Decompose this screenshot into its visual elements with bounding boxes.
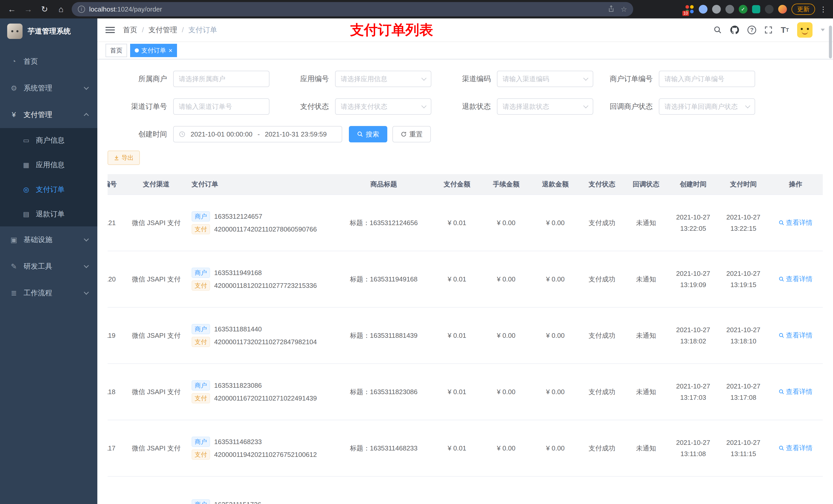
export-button[interactable]: 导出 xyxy=(108,150,140,165)
col-amount: 支付金额 xyxy=(432,174,481,195)
pay-tag: 支付 xyxy=(192,337,210,347)
url-bar[interactable]: i localhost:1024/pay/order ☆ xyxy=(72,2,633,16)
merchant-input[interactable] xyxy=(179,75,264,83)
merchant-order-no-field[interactable] xyxy=(659,71,755,87)
pay-status-select[interactable]: 请选择支付状态 xyxy=(335,98,431,115)
extensions-area: 10 ✓ 更新 ⋮ xyxy=(685,4,827,15)
target-icon: ◎ xyxy=(22,186,31,194)
notify-status-select[interactable]: 请选择订单回调商户状态 xyxy=(659,98,755,115)
view-detail-link[interactable]: 查看详情 xyxy=(779,274,812,284)
view-detail-link[interactable]: 查看详情 xyxy=(779,443,812,453)
github-icon[interactable] xyxy=(730,25,739,34)
filter-label: 所属商户 xyxy=(108,74,173,84)
search-icon xyxy=(779,446,784,451)
grid-icon: ▦ xyxy=(22,161,31,169)
font-size-icon[interactable]: TT xyxy=(781,25,789,35)
extension-icon[interactable] xyxy=(765,5,774,14)
home-icon[interactable]: ⌂ xyxy=(55,5,67,14)
extension-icon[interactable] xyxy=(725,5,734,14)
filter-label: 渠道编码 xyxy=(431,74,497,84)
filter-row-2: 渠道订单号 支付状态 请选择支付状态 退款状态 请选择退款状态 回调商户状态 请… xyxy=(108,98,823,115)
col-fee: 手续金额 xyxy=(481,174,531,195)
fullscreen-icon[interactable] xyxy=(764,26,772,34)
filter-label: 应用编号 xyxy=(269,74,335,84)
pay-tag: 支付 xyxy=(192,393,210,403)
view-detail-link[interactable]: 查看详情 xyxy=(779,218,812,227)
close-icon[interactable]: × xyxy=(169,47,172,54)
sidebar-item-workflow[interactable]: ≣ 工作流程 xyxy=(0,280,97,306)
search-icon xyxy=(779,333,784,338)
sidebar-item-pay-order[interactable]: ◎ 支付订单 xyxy=(0,177,97,202)
document-icon: ▤ xyxy=(22,210,31,218)
col-order: 支付订单 xyxy=(187,174,335,195)
back-icon[interactable]: ← xyxy=(6,5,18,14)
chevron-down-icon xyxy=(421,103,427,108)
chevron-down-icon xyxy=(583,103,588,108)
col-actions: 操作 xyxy=(768,174,823,195)
reload-icon[interactable]: ↻ xyxy=(39,4,50,14)
merchant-select[interactable] xyxy=(173,71,269,87)
gear-icon: ⚙ xyxy=(9,84,19,93)
hamburger-icon[interactable] xyxy=(105,25,115,34)
sidebar-item-app-info[interactable]: ▦ 应用信息 xyxy=(0,153,97,177)
table-row-partial: 商户1635311151726 xyxy=(108,476,823,504)
bookmark-star-icon[interactable]: ☆ xyxy=(621,5,627,14)
tab-home[interactable]: 首页 xyxy=(105,44,127,57)
extension-grid-icon[interactable]: 10 xyxy=(685,5,694,14)
page-scrollbar[interactable] xyxy=(829,26,832,58)
sidebar-item-merchant-info[interactable]: ▭ 商户信息 xyxy=(0,128,97,153)
extension-icon[interactable] xyxy=(712,5,721,14)
sidebar-item-devtools[interactable]: ✎ 研发工具 xyxy=(0,253,97,280)
create-time-range-picker[interactable]: 2021-10-01 00:00:00 - 2021-10-31 23:59:5… xyxy=(173,126,342,142)
breadcrumb-home[interactable]: 首页 xyxy=(123,25,137,35)
channel-code-select[interactable]: 请输入渠道编码 xyxy=(497,71,593,87)
view-detail-link[interactable]: 查看详情 xyxy=(779,331,812,340)
avatar-caret-icon[interactable] xyxy=(821,29,825,31)
search-button[interactable]: 搜索 xyxy=(349,126,387,142)
chevron-up-icon xyxy=(84,113,89,118)
profile-avatar[interactable] xyxy=(778,5,787,14)
chevron-down-icon xyxy=(84,85,89,90)
channel-order-no-field[interactable] xyxy=(173,98,269,115)
channel-order-no-input[interactable] xyxy=(179,103,264,111)
user-avatar[interactable] xyxy=(797,22,812,38)
breadcrumb: 首页 / 支付管理 / 支付订单 xyxy=(123,25,217,35)
chevron-down-icon xyxy=(421,75,427,81)
forward-icon[interactable]: → xyxy=(23,5,34,14)
reset-button[interactable]: 重置 xyxy=(392,126,431,142)
extension-icon[interactable] xyxy=(699,5,708,14)
app-logo-row[interactable]: 芋道管理系统 xyxy=(0,19,97,44)
orders-table: 编号 支付渠道 支付订单 商品标题 支付金额 手续金额 退款金额 支付状态 回调… xyxy=(108,174,823,504)
date-end: 2021-10-31 23:59:59 xyxy=(265,130,327,138)
browser-menu-icon[interactable]: ⋮ xyxy=(820,5,827,14)
date-start: 2021-10-01 00:00:00 xyxy=(191,130,252,138)
filter-label: 支付状态 xyxy=(269,102,335,112)
browser-update-button[interactable]: 更新 xyxy=(791,4,815,15)
help-icon[interactable]: ? xyxy=(747,26,756,34)
site-info-icon[interactable]: i xyxy=(78,6,85,13)
search-icon[interactable] xyxy=(714,26,722,34)
table-row: 119 微信 JSAPI 支付 商户1635311881440 支付420000… xyxy=(108,307,823,364)
col-status: 支付状态 xyxy=(580,174,624,195)
sidebar-item-home[interactable]: ◔ 首页 xyxy=(0,48,97,75)
page-title-annotation: 支付订单列表 xyxy=(350,21,433,40)
breadcrumb-payment[interactable]: 支付管理 xyxy=(148,25,177,35)
tab-pay-order[interactable]: 支付订单 × xyxy=(130,44,177,57)
sidebar-item-payment[interactable]: ¥ 支付管理 xyxy=(0,101,97,128)
sidebar-item-refund-order[interactable]: ▤ 退款订单 xyxy=(0,202,97,226)
breadcrumb-current: 支付订单 xyxy=(189,25,217,35)
sidebar-item-system[interactable]: ⚙ 系统管理 xyxy=(0,75,97,101)
app-id-select[interactable]: 请选择应用信息 xyxy=(335,71,431,87)
filter-label: 商户订单编号 xyxy=(593,74,659,84)
tools-icon: ✎ xyxy=(9,262,19,271)
share-icon[interactable] xyxy=(608,5,615,14)
col-create-time: 创建时间 xyxy=(668,174,718,195)
merchant-order-no-input[interactable] xyxy=(664,75,749,83)
sidebar-menu: ◔ 首页 ⚙ 系统管理 ¥ 支付管理 ▭ 商户信息 xyxy=(0,44,97,306)
table-row: 117 微信 JSAPI 支付 商户1635311468233 支付420000… xyxy=(108,420,823,476)
extension-check-icon[interactable]: ✓ xyxy=(739,5,747,14)
extension-icon[interactable] xyxy=(752,5,760,13)
view-detail-link[interactable]: 查看详情 xyxy=(779,387,812,396)
sidebar-item-infra[interactable]: ▣ 基础设施 xyxy=(0,226,97,253)
refund-status-select[interactable]: 请选择退款状态 xyxy=(497,98,593,115)
